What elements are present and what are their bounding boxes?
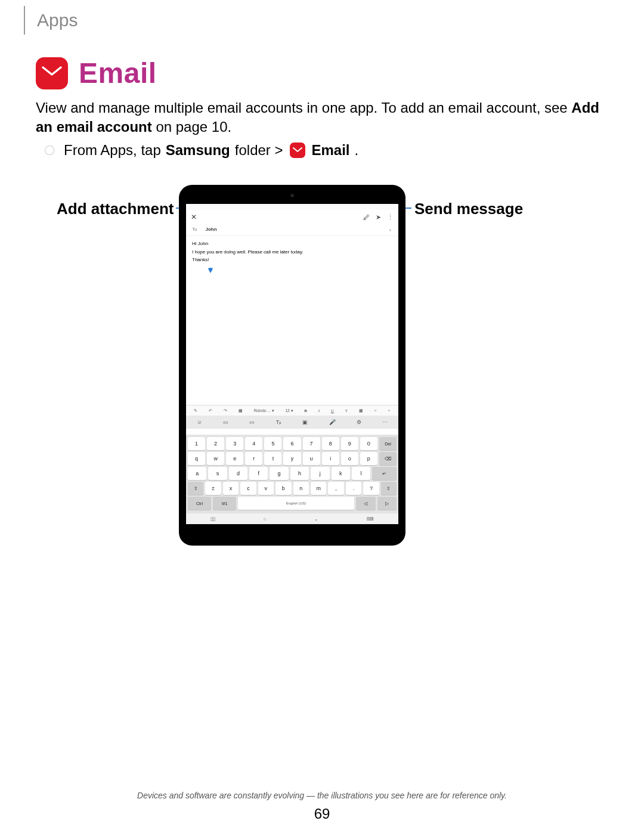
instruction-step: From Apps, tap Samsung folder > Email. xyxy=(45,142,608,159)
key-e[interactable]: e xyxy=(226,452,243,465)
key-arrow-left[interactable]: ◁ xyxy=(356,497,376,510)
section-description: View and manage multiple email accounts … xyxy=(36,98,608,137)
key-l[interactable]: l xyxy=(352,467,370,480)
page-number: 69 xyxy=(0,806,644,822)
key-x[interactable]: x xyxy=(223,482,239,495)
key-0[interactable]: 0 xyxy=(360,437,377,450)
close-icon[interactable]: ✕ xyxy=(191,213,197,221)
key-c[interactable]: c xyxy=(240,482,256,495)
action-bar-right: 🖉 ➤ ⋮ xyxy=(363,213,394,221)
redo-icon[interactable]: ↷ xyxy=(224,408,227,413)
key-y[interactable]: y xyxy=(283,452,301,465)
underline-button[interactable]: U xyxy=(331,408,334,413)
key-b[interactable]: b xyxy=(275,482,291,495)
key-7[interactable]: 7 xyxy=(303,437,320,450)
compose-action-bar: ✕ 🖉 ➤ ⋮ xyxy=(186,210,398,224)
key-5[interactable]: 5 xyxy=(264,437,281,450)
text-cursor-handle-icon[interactable] xyxy=(208,268,213,273)
key-z[interactable]: z xyxy=(205,482,221,495)
undo-icon[interactable]: ↶ xyxy=(209,408,212,413)
key-u[interactable]: u xyxy=(303,452,320,465)
emoji-icon[interactable]: ☺ xyxy=(197,419,202,425)
sticker-icon[interactable]: ▭ xyxy=(223,419,228,425)
key-v[interactable]: v xyxy=(258,482,274,495)
key-9[interactable]: 9 xyxy=(341,437,358,450)
key-6[interactable]: 6 xyxy=(283,437,301,450)
to-field-row[interactable]: To John ⌄ xyxy=(186,224,398,236)
table-icon[interactable]: ▦ xyxy=(359,408,363,413)
breadcrumb: Apps xyxy=(24,6,78,35)
handwrite-icon[interactable]: Tᵦ xyxy=(276,419,282,425)
key-i[interactable]: i xyxy=(322,452,339,465)
key-s[interactable]: s xyxy=(208,467,227,480)
rich-text-toolbar: ✎ ↶ ↷ ▦ Roboto ... ▾ 12 ▾ B I U T ▦ ≡ ≡ xyxy=(186,405,398,416)
text-color-button[interactable]: T xyxy=(345,408,348,413)
keyboard-hide-icon[interactable]: ⌨ xyxy=(367,516,374,522)
key-m[interactable]: m xyxy=(311,482,326,495)
breadcrumb-divider xyxy=(24,6,25,35)
bold-button[interactable]: B xyxy=(304,408,307,413)
expand-recipients-icon[interactable]: ⌄ xyxy=(388,227,392,232)
key-a[interactable]: a xyxy=(188,467,206,480)
key-symbols[interactable]: !#1 xyxy=(213,497,236,510)
keyboard-more-icon[interactable]: ⋯ xyxy=(382,419,388,425)
key-8[interactable]: 8 xyxy=(322,437,339,450)
key-n[interactable]: n xyxy=(293,482,309,495)
key-arrow-right[interactable]: ▷ xyxy=(377,497,397,510)
key-ctrl[interactable]: Ctrl xyxy=(188,497,211,510)
key-space[interactable]: English (US) xyxy=(238,497,354,510)
key-d[interactable]: d xyxy=(229,467,247,480)
font-size-select[interactable]: 12 ▾ xyxy=(285,408,293,413)
key-comma[interactable]: , xyxy=(328,482,343,495)
image-insert-icon[interactable]: ▦ xyxy=(239,408,243,413)
font-select[interactable]: Roboto ... ▾ xyxy=(254,408,274,413)
desc-part1: View and manage multiple email accounts … xyxy=(36,100,571,116)
key-w[interactable]: w xyxy=(207,452,224,465)
email-small-icon xyxy=(290,143,305,158)
voice-icon[interactable]: 🎤 xyxy=(329,419,336,425)
to-label: To xyxy=(192,227,197,232)
settings-icon[interactable]: ⚙ xyxy=(357,419,361,425)
pen-tool-icon[interactable]: ✎ xyxy=(194,408,197,413)
key-q[interactable]: q xyxy=(188,452,205,465)
key-h[interactable]: h xyxy=(290,467,309,480)
key-row-2: q w e r t y u i o p ⌫ xyxy=(188,452,397,465)
list-icon[interactable]: ≡ xyxy=(374,408,377,413)
recents-icon[interactable]: ▯▯ xyxy=(210,516,215,522)
figure-tablet-screenshot: Add attachment Send message ✕ 🖉 ➤ ⋮ To J… xyxy=(0,185,644,555)
key-4[interactable]: 4 xyxy=(245,437,262,450)
key-question[interactable]: ? xyxy=(363,482,379,495)
compose-body[interactable]: Hi John I hope you are doing well. Pleas… xyxy=(186,236,398,275)
more-format-icon[interactable]: ≡ xyxy=(388,408,391,413)
key-1[interactable]: 1 xyxy=(188,437,205,450)
instr-samsung: Samsung xyxy=(166,142,230,159)
key-o[interactable]: o xyxy=(341,452,358,465)
key-f[interactable]: f xyxy=(249,467,268,480)
key-period[interactable]: . xyxy=(346,482,361,495)
gif-icon[interactable]: ▭ xyxy=(249,419,255,425)
italic-button[interactable]: I xyxy=(318,408,320,413)
key-enter[interactable]: ↵ xyxy=(372,467,397,480)
body-line-3: Thanks! xyxy=(192,256,392,264)
key-p[interactable]: p xyxy=(360,452,377,465)
key-del[interactable]: Del xyxy=(379,437,397,450)
send-icon[interactable]: ➤ xyxy=(376,213,381,221)
key-shift-left[interactable]: ⇧ xyxy=(188,482,203,495)
more-icon[interactable]: ⋮ xyxy=(387,213,394,221)
key-t[interactable]: t xyxy=(264,452,281,465)
key-j[interactable]: j xyxy=(311,467,329,480)
attach-icon[interactable]: 🖉 xyxy=(363,213,370,221)
instr-prefix: From Apps, tap xyxy=(64,142,161,159)
clipboard-icon[interactable]: ▣ xyxy=(302,419,308,425)
keyboard-language-label: English (US) xyxy=(286,501,306,505)
key-shift-right[interactable]: ⇧ xyxy=(381,482,397,495)
back-icon[interactable]: ⌄ xyxy=(314,516,318,522)
key-r[interactable]: r xyxy=(245,452,262,465)
home-icon[interactable]: ○ xyxy=(264,516,267,522)
key-k[interactable]: k xyxy=(332,467,350,480)
key-3[interactable]: 3 xyxy=(226,437,243,450)
key-row-3: a s d f g h j k l ↵ xyxy=(188,467,397,480)
key-2[interactable]: 2 xyxy=(207,437,224,450)
key-g[interactable]: g xyxy=(270,467,288,480)
key-backspace[interactable]: ⌫ xyxy=(379,452,397,465)
